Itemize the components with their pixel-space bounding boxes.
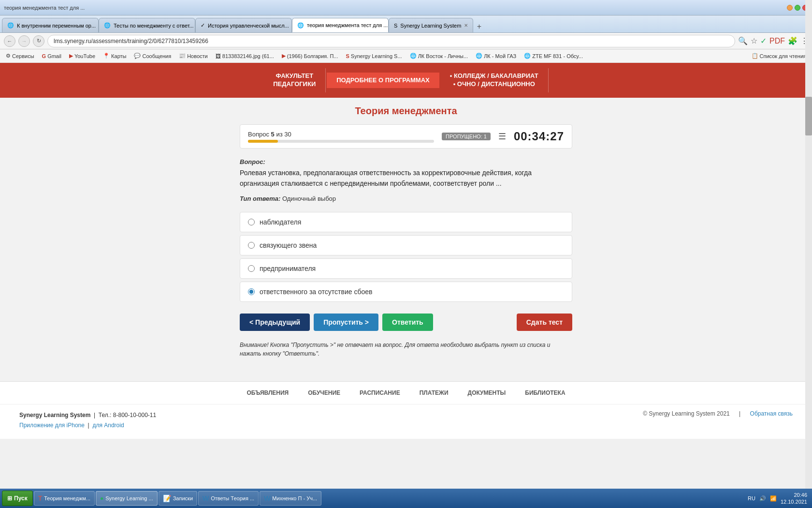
tab-label: Synergy Learning System bbox=[400, 23, 461, 29]
tab-favicon: ✓ bbox=[201, 22, 205, 29]
address-bar: ← → ↻ lms.synergy.ru/assessments/trainin… bbox=[0, 33, 812, 49]
quiz-container: Теория менеджмента Вопрос 5 из 30 ПРОПУЩ… bbox=[232, 98, 580, 381]
progress-bar-bg bbox=[248, 140, 434, 143]
refresh-button[interactable]: ↻ bbox=[33, 35, 44, 47]
option-2-radio[interactable] bbox=[248, 242, 255, 249]
options-list: наблюдателя связующего звена предпринима… bbox=[240, 212, 572, 302]
option-4-radio[interactable] bbox=[248, 288, 255, 295]
new-tab-btn[interactable]: + bbox=[473, 21, 485, 32]
bookmark-youtube[interactable]: ▶ YouTube bbox=[67, 52, 97, 60]
banner-formats: • КОЛЛЕДЖ / БАКАЛАВРИАТ• ОЧНО / ДИСТАНЦИ… bbox=[440, 68, 549, 92]
tab-label: К внутренним переменным ор... bbox=[17, 23, 96, 29]
search-icon[interactable]: 🔍 bbox=[738, 36, 748, 45]
tab-label: Тесты по менеджменту с ответ... bbox=[114, 23, 194, 29]
tab-label: теория менеджмента тест для ... bbox=[307, 22, 388, 28]
bookmark-image[interactable]: 🖼 8133832146.jpg (61... bbox=[214, 52, 276, 60]
footer-study[interactable]: ОБУЧЕНИЕ bbox=[308, 389, 340, 396]
prev-button[interactable]: < Предыдущий bbox=[240, 314, 310, 331]
tab-favicon: 🌐 bbox=[104, 22, 111, 29]
tab-4[interactable]: 🌐 теория менеджмента тест для ... ✕ bbox=[292, 18, 389, 32]
question-counter: Вопрос 5 из 30 bbox=[248, 131, 434, 138]
progress-left: Вопрос 5 из 30 bbox=[248, 131, 434, 143]
page-banner: ФАКУЛЬТЕТПЕДАГОГИКИ ПОДРОБНЕЕ О ПРОГРАММ… bbox=[0, 63, 812, 98]
tab-5[interactable]: S Synergy Learning System ✕ bbox=[389, 18, 473, 32]
footer-bottom: Synergy Learning System | Тел.: 8-800-10… bbox=[0, 404, 812, 439]
option-3[interactable]: предпринимателя bbox=[240, 258, 572, 279]
footer-feedback[interactable]: Обратная связь bbox=[750, 410, 793, 417]
security-icon: ✓ bbox=[760, 36, 767, 45]
quiz-timer: 00:34:27 bbox=[514, 130, 564, 143]
answer-type: Тип ответа: Одиночный выбор bbox=[240, 195, 572, 202]
minimize-btn[interactable] bbox=[787, 5, 793, 11]
tab-close-icon[interactable]: ✕ bbox=[464, 23, 468, 28]
scrollbar-track[interactable] bbox=[805, 0, 812, 439]
action-buttons: < Предыдущий Пропустить > Ответить Сдать… bbox=[240, 314, 572, 331]
warning-text: Внимание! Кнопка "Пропустить >" не отвеч… bbox=[240, 341, 572, 358]
banner-programs[interactable]: ПОДРОБНЕЕ О ПРОГРАММАХ bbox=[326, 72, 440, 90]
bookmark-gmail[interactable]: G Gmail bbox=[40, 52, 63, 60]
option-3-text: предпринимателя bbox=[260, 265, 316, 272]
footer-payments[interactable]: ПЛАТЕЖИ bbox=[420, 389, 449, 396]
bookmark-maps[interactable]: 📍 Карты bbox=[101, 52, 128, 60]
pdf-icon[interactable]: PDF bbox=[769, 37, 785, 45]
question-list-icon[interactable]: ☰ bbox=[498, 131, 506, 142]
bookmark-reading-list[interactable]: 📋 Список для чтения bbox=[750, 52, 808, 60]
footer-announcements[interactable]: ОБЪЯВЛЕНИЯ bbox=[246, 389, 289, 396]
tab-2[interactable]: 🌐 Тесты по менеджменту с ответ... ✕ bbox=[99, 18, 195, 32]
option-2[interactable]: связующего звена bbox=[240, 235, 572, 255]
url-box[interactable]: lms.synergy.ru/assessments/training/2/0/… bbox=[47, 35, 735, 47]
submit-test-button[interactable]: Сдать тест bbox=[517, 314, 572, 331]
footer-company-info: Synergy Learning System | Тел.: 8-800-10… bbox=[19, 410, 156, 421]
bookmark-video[interactable]: ▶ (1966) Болгария. П... bbox=[280, 52, 340, 60]
question-label: Вопрос: bbox=[240, 158, 572, 165]
extensions-icon[interactable]: 🧩 bbox=[788, 36, 798, 45]
tab-label: История управленческой мысл... bbox=[208, 23, 289, 29]
back-button[interactable]: ← bbox=[4, 35, 15, 47]
progress-box: Вопрос 5 из 30 ПРОПУЩЕНО: 1 ☰ 00:34:27 bbox=[240, 124, 572, 149]
browser-titlebar: теория менеджмента тест для ... bbox=[0, 0, 812, 15]
option-1-text: наблюдателя bbox=[260, 218, 301, 226]
bookmark-lk-vostok[interactable]: 🌐 ЛК Восток - Личны... bbox=[408, 52, 470, 60]
answer-button[interactable]: Ответить bbox=[382, 314, 433, 331]
page-content: ФАКУЛЬТЕТПЕДАГОГИКИ ПОДРОБНЕЕ О ПРОГРАММ… bbox=[0, 63, 812, 439]
footer-right: © Synergy Learning System 2021 | Обратна… bbox=[643, 410, 793, 417]
question-section: Вопрос: Ролевая установка, предполагающа… bbox=[240, 158, 572, 202]
option-1[interactable]: наблюдателя bbox=[240, 212, 572, 232]
maximize-btn[interactable] bbox=[795, 5, 800, 11]
tab-bar: 🌐 К внутренним переменным ор... ✕ 🌐 Тест… bbox=[0, 15, 812, 33]
banner-pedagogy: ФАКУЛЬТЕТПЕДАГОГИКИ bbox=[263, 68, 326, 92]
bookmark-zte[interactable]: 🌐 ZTE MF 831 - Обсу... bbox=[522, 52, 585, 60]
forward-button[interactable]: → bbox=[18, 35, 30, 47]
tab-favicon: 🌐 bbox=[7, 22, 14, 29]
footer-nav: ОБЪЯВЛЕНИЯ ОБУЧЕНИЕ РАСПИСАНИЕ ПЛАТЕЖИ Д… bbox=[0, 381, 812, 404]
bookmark-messages[interactable]: 💬 Сообщения bbox=[132, 52, 173, 60]
skipped-badge: ПРОПУЩЕНО: 1 bbox=[442, 133, 491, 140]
window-title: теория менеджмента тест для ... bbox=[4, 5, 785, 11]
question-text: Ролевая установка, предполагающая ответс… bbox=[240, 167, 572, 189]
footer-apps: Приложение для iPhone | для Android bbox=[19, 420, 156, 431]
footer-app-ios[interactable]: Приложение для iPhone bbox=[19, 422, 85, 429]
footer-documents[interactable]: ДОКУМЕНТЫ bbox=[468, 389, 506, 396]
tab-3[interactable]: ✓ История управленческой мысл... ✕ bbox=[195, 18, 292, 32]
tab-1[interactable]: 🌐 К внутренним переменным ор... ✕ bbox=[2, 18, 99, 32]
bookmarks-bar: ⚙ Сервисы G Gmail ▶ YouTube 📍 Карты 💬 Со… bbox=[0, 49, 812, 63]
scrollbar-thumb[interactable] bbox=[805, 97, 812, 135]
footer-left: Synergy Learning System | Тел.: 8-800-10… bbox=[19, 410, 156, 431]
footer-library[interactable]: БИБЛИОТЕКА bbox=[525, 389, 565, 396]
skip-button[interactable]: Пропустить > bbox=[314, 314, 378, 331]
bookmark-services[interactable]: ⚙ Сервисы bbox=[4, 52, 36, 60]
tab-favicon: 🌐 bbox=[297, 22, 304, 29]
footer-app-android[interactable]: для Android bbox=[92, 422, 124, 429]
option-1-radio[interactable] bbox=[248, 219, 255, 225]
option-2-text: связующего звена bbox=[260, 241, 317, 249]
tab-favicon: S bbox=[394, 23, 397, 29]
bookmark-news[interactable]: 📰 Новости bbox=[177, 52, 210, 60]
quiz-title: Теория менеджмента bbox=[240, 105, 572, 117]
bookmark-icon[interactable]: ☆ bbox=[751, 36, 757, 45]
url-text: lms.synergy.ru/assessments/training/2/0/… bbox=[54, 38, 208, 45]
bookmark-synergy[interactable]: S Synergy Learning S... bbox=[344, 52, 404, 60]
footer-schedule[interactable]: РАСПИСАНИЕ bbox=[360, 389, 400, 396]
bookmark-lk-gaz[interactable]: 🌐 ЛК - Мой ГАЗ bbox=[474, 52, 518, 60]
option-4[interactable]: ответственного за отсутствие сбоев bbox=[240, 282, 572, 302]
option-3-radio[interactable] bbox=[248, 265, 255, 272]
